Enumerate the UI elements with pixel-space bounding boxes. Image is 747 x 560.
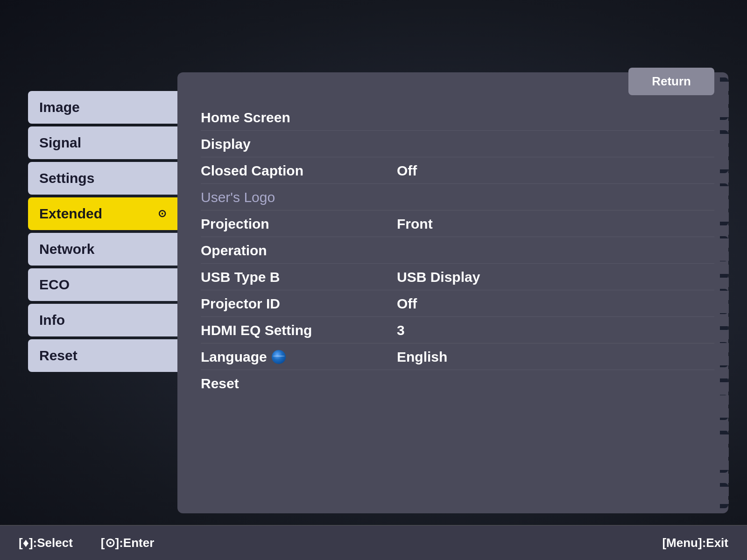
- menu-row-closed-caption[interactable]: Closed CaptionOff: [201, 158, 714, 184]
- menu-row-projection[interactable]: ProjectionFront: [201, 211, 714, 237]
- menu-label-hdmi-eq-setting: HDMI EQ Setting: [201, 322, 397, 338]
- menu-list: Home ScreenDisplayClosed CaptionOffUser'…: [177, 96, 728, 406]
- menu-row-language[interactable]: LanguageEnglish: [201, 344, 714, 370]
- menu-value-projector-id: Off: [397, 296, 417, 312]
- menu-label-projection: Projection: [201, 216, 397, 232]
- scallop-notch: [720, 324, 728, 332]
- menu-label-closed-caption: Closed Caption: [201, 163, 397, 179]
- menu-row-users-logo[interactable]: User's Logo: [201, 185, 714, 210]
- scallop-edge: [720, 72, 728, 513]
- scallop-notch: [720, 148, 728, 155]
- scallop-notch: [720, 483, 728, 490]
- scallop-notch: [720, 201, 728, 208]
- menu-row-reset[interactable]: Reset: [201, 371, 714, 396]
- sidebar-item-network[interactable]: Network: [28, 233, 177, 266]
- scallop-notch: [720, 272, 728, 279]
- menu-hint: [Menu]:Exit: [662, 536, 728, 550]
- menu-label-usb-type-b: USB Type B: [201, 269, 397, 285]
- sidebar-label-settings: Settings: [39, 170, 94, 186]
- scallop-notch: [720, 166, 728, 173]
- sidebar-label-network: Network: [39, 241, 94, 257]
- menu-value-usb-type-b: USB Display: [397, 269, 480, 285]
- menu-value-projection: Front: [397, 216, 433, 232]
- return-button[interactable]: Return: [628, 68, 714, 95]
- scallop-notch: [720, 77, 728, 85]
- menu-row-hdmi-eq-setting[interactable]: HDMI EQ Setting3: [201, 318, 714, 343]
- scallop-notch: [720, 448, 728, 455]
- menu-label-projector-id: Projector ID: [201, 296, 397, 312]
- menu-label-reset: Reset: [201, 376, 397, 392]
- scallop-notch: [720, 183, 728, 191]
- status-bar: [♦]:Select [⊙]:Enter [Menu]:Exit: [0, 525, 747, 560]
- menu-value-language: English: [397, 349, 447, 365]
- menu-label-home-screen: Home Screen: [201, 110, 397, 126]
- sidebar-label-signal: Signal: [39, 135, 81, 150]
- scallop-notch: [720, 236, 728, 244]
- scallop-notch: [720, 377, 728, 385]
- select-hint: [♦]:Select: [19, 536, 73, 550]
- sidebar-label-info: Info: [39, 312, 65, 328]
- scallop-notch: [720, 289, 728, 296]
- sidebar: ImageSignalSettingsExtended⊙NetworkECOIn…: [28, 72, 177, 513]
- scallop-notch: [720, 360, 728, 367]
- menu-row-home-screen[interactable]: Home Screen: [201, 105, 714, 131]
- menu-value-hdmi-eq-setting: 3: [397, 322, 405, 338]
- scallop-notch: [720, 430, 728, 438]
- sidebar-label-eco: ECO: [39, 277, 70, 292]
- scallop-notch: [720, 501, 728, 508]
- scallop-notch: [720, 218, 728, 226]
- menu-row-operation[interactable]: Operation: [201, 238, 714, 264]
- menu-value-closed-caption: Off: [397, 163, 417, 179]
- sidebar-label-reset: Reset: [39, 348, 78, 363]
- right-panel: Return Home ScreenDisplayClosed CaptionO…: [177, 72, 728, 513]
- scallop-notch: [720, 112, 728, 120]
- sidebar-item-image[interactable]: Image: [28, 91, 177, 124]
- sidebar-item-reset[interactable]: Reset: [28, 339, 177, 372]
- sidebar-label-extended: Extended: [39, 206, 102, 222]
- sidebar-label-image: Image: [39, 99, 80, 115]
- menu-row-usb-type-b[interactable]: USB Type BUSB Display: [201, 265, 714, 290]
- scallop-notch: [720, 130, 728, 138]
- scallop-notch: [720, 95, 728, 103]
- scallop-notch: [720, 307, 728, 314]
- scallop-notch: [720, 254, 728, 261]
- sidebar-item-signal[interactable]: Signal: [28, 126, 177, 159]
- globe-icon: [272, 350, 286, 364]
- menu-row-display[interactable]: Display: [201, 132, 714, 157]
- enter-hint: [⊙]:Enter: [101, 536, 154, 550]
- menu-label-operation: Operation: [201, 243, 397, 259]
- main-container: ImageSignalSettingsExtended⊙NetworkECOIn…: [28, 72, 728, 513]
- menu-row-projector-id[interactable]: Projector IDOff: [201, 291, 714, 317]
- sidebar-item-info[interactable]: Info: [28, 304, 177, 336]
- menu-label-language: Language: [201, 349, 397, 365]
- scallop-notch: [720, 395, 728, 402]
- status-bar-left: [♦]:Select [⊙]:Enter: [19, 536, 154, 550]
- enter-icon: ⊙: [158, 208, 166, 220]
- menu-label-users-logo: User's Logo: [201, 189, 397, 205]
- sidebar-item-extended[interactable]: Extended⊙: [28, 197, 177, 230]
- scallop-notch: [720, 342, 728, 350]
- scallop-notch: [720, 465, 728, 473]
- menu-label-display: Display: [201, 136, 397, 152]
- sidebar-item-settings[interactable]: Settings: [28, 162, 177, 195]
- sidebar-item-eco[interactable]: ECO: [28, 268, 177, 301]
- scallop-notch: [720, 413, 728, 420]
